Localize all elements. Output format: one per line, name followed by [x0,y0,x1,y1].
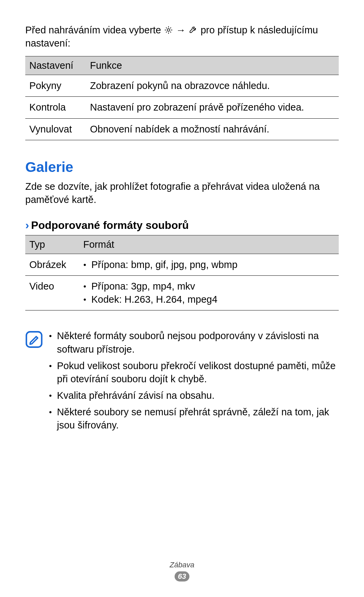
chevron-right-icon: › [25,218,29,232]
note-block: Některé formáty souborů nejsou podporová… [25,329,339,435]
table-header: Formát [79,235,339,254]
list-item: Některé formáty souborů nejsou podporová… [49,329,339,356]
note-icon [25,331,43,348]
table-header: Typ [25,235,79,254]
page-number: 63 [175,571,189,581]
section-heading: Galerie [25,159,339,175]
list-item: Kvalita přehrávání závisí na obsahu. [49,389,339,402]
table-row: Vynulovat Obnovení nabídek a možností na… [25,118,339,140]
svg-point-0 [167,29,170,31]
subsection-heading: › Podporované formáty souborů [25,218,339,232]
table-header: Nastavení [25,56,86,75]
list-item: Přípona: bmp, gif, jpg, png, wbmp [83,258,335,271]
list-item: Kodek: H.263, H.264, mpeg4 [83,293,335,306]
wrench-icon [188,25,198,35]
list-item: Pokud velikost souboru překročí velikost… [49,359,339,386]
settings-table: Nastavení Funkce Pokyny Zobrazení pokynů… [25,56,339,140]
table-row: Video Přípona: 3gp, mp4, mkv Kodek: H.26… [25,276,339,310]
table-header: Funkce [86,56,339,75]
intro-text: Před nahráváním videa vyberte → pro přís… [25,24,339,50]
list-item: Přípona: 3gp, mp4, mkv [83,280,335,293]
list-item: Některé soubory se nemusí přehrát správn… [49,406,339,432]
page-footer: Zábava 63 [0,561,364,581]
section-description: Zde se dozvíte, jak prohlížet fotografie… [25,180,339,206]
table-row: Obrázek Přípona: bmp, gif, jpg, png, wbm… [25,254,339,276]
gear-icon [164,25,173,35]
footer-category: Zábava [0,561,364,569]
formats-table: Typ Formát Obrázek Přípona: bmp, gif, jp… [25,235,339,310]
table-row: Pokyny Zobrazení pokynů na obrazovce náh… [25,75,339,97]
table-row: Kontrola Nastavení pro zobrazení právě p… [25,97,339,118]
